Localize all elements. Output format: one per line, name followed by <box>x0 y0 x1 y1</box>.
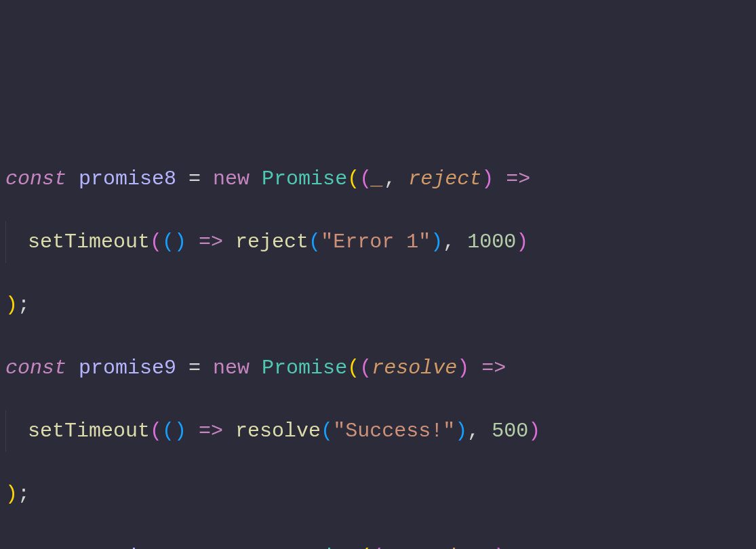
paren-close: ) <box>516 230 528 253</box>
code-line-7[interactable]: const promise10 = new Promise((_, reject… <box>5 542 751 550</box>
fn-resolve: resolve <box>235 420 321 443</box>
code-line-6[interactable]: ); <box>5 479 751 510</box>
paren-open-2: ( <box>359 357 372 380</box>
paren-close-2: ) <box>457 357 469 380</box>
arrow: => <box>186 420 235 443</box>
comma: , <box>443 230 467 253</box>
keyword-new: new <box>213 167 250 190</box>
indent <box>5 415 28 447</box>
paren-open: ( <box>347 357 359 380</box>
paren-open: ( <box>150 420 162 443</box>
keyword-const: const <box>5 357 66 380</box>
paren-close-2: ) <box>481 167 494 190</box>
param-underscore: _ <box>372 167 384 190</box>
keyword-new: new <box>213 357 250 380</box>
operator-eq: = <box>176 357 213 380</box>
paren-close-3: ) <box>431 230 443 253</box>
param-reject: reject <box>420 546 494 550</box>
code-editor[interactable]: const promise8 = new Promise((_, reject)… <box>5 131 751 549</box>
paren-close: ) <box>5 293 18 317</box>
paren-open: ( <box>359 546 372 550</box>
paren-close-3: ) <box>455 420 467 443</box>
paren-close: ) <box>528 420 540 443</box>
code-line-4[interactable]: const promise9 = new Promise((resolve) =… <box>5 352 751 384</box>
fn-reject: reject <box>235 230 309 253</box>
code-line-2[interactable]: setTimeout(() => reject("Error 1"), 1000… <box>5 226 751 258</box>
operator-eq: = <box>176 167 213 190</box>
operator-eq: = <box>188 546 225 550</box>
code-line-3[interactable]: ); <box>5 289 751 321</box>
semicolon: ; <box>18 293 30 317</box>
code-line-5[interactable]: setTimeout(() => resolve("Success!"), 50… <box>5 415 751 447</box>
fn-settimeout: setTimeout <box>28 420 150 443</box>
string-error1: "Error 1" <box>321 230 431 253</box>
var-promise8: promise8 <box>79 167 176 190</box>
paren-close: ) <box>5 483 18 506</box>
keyword-new: new <box>225 546 262 550</box>
indent <box>5 226 28 258</box>
arrow: => <box>186 230 235 253</box>
class-promise: Promise <box>274 546 359 550</box>
code-line-1[interactable]: const promise8 = new Promise((_, reject)… <box>5 163 751 195</box>
paren-open-2: ( <box>372 546 384 550</box>
var-promise10: promise10 <box>79 546 188 550</box>
semicolon: ; <box>18 483 30 506</box>
paren-open-2: ( <box>359 167 372 190</box>
number-1000: 1000 <box>467 230 516 253</box>
comma: , <box>384 167 408 190</box>
paren-open: ( <box>150 230 162 253</box>
arrow: => <box>469 357 506 380</box>
param-resolve: resolve <box>372 357 457 380</box>
class-promise: Promise <box>262 167 347 190</box>
param-reject: reject <box>408 167 481 190</box>
class-promise: Promise <box>262 357 347 380</box>
comma: , <box>396 546 420 550</box>
number-500: 500 <box>492 420 528 443</box>
paren-open-3: () <box>162 420 186 443</box>
string-success: "Success!" <box>333 420 455 443</box>
paren-open-3: () <box>162 230 186 253</box>
comma: , <box>467 420 492 443</box>
paren-close-2: ) <box>494 546 506 550</box>
arrow: => <box>506 546 542 550</box>
var-promise9: promise9 <box>79 357 176 380</box>
keyword-const: const <box>5 167 66 190</box>
paren-open-3: ( <box>321 420 333 443</box>
keyword-const: const <box>5 546 66 550</box>
fn-settimeout: setTimeout <box>28 230 150 253</box>
param-underscore: _ <box>384 546 396 550</box>
paren-open-3: ( <box>309 230 321 253</box>
arrow: => <box>494 167 530 190</box>
paren-open: ( <box>347 167 359 190</box>
